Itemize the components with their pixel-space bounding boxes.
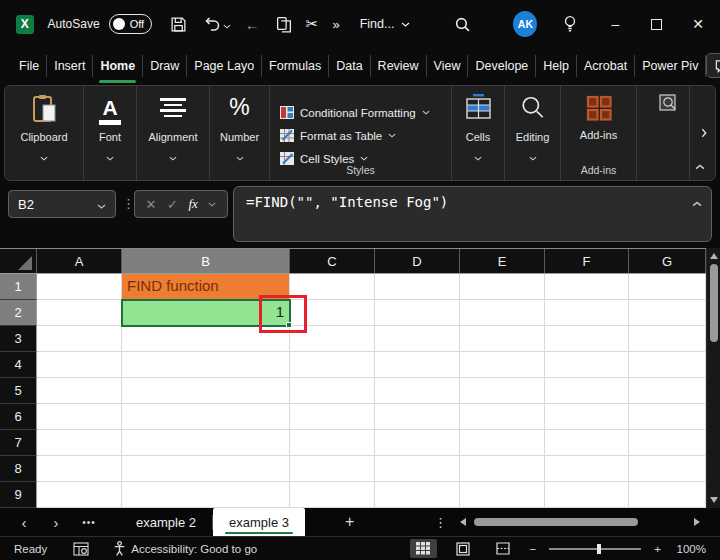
row-header-4[interactable]: 4 <box>0 352 37 378</box>
cell-B6[interactable] <box>122 404 290 430</box>
new-sheet-button[interactable]: + <box>345 513 354 531</box>
cell-B4[interactable] <box>122 352 290 378</box>
ribbon-group-cells[interactable]: Cells <box>452 86 505 180</box>
horizontal-scroll-thumb[interactable] <box>474 518 638 526</box>
cell-G8[interactable] <box>629 456 706 482</box>
redo-button[interactable]: ← <box>245 16 260 33</box>
cell-F3[interactable] <box>545 326 629 352</box>
column-header-C[interactable]: C <box>290 249 375 273</box>
zoom-out-button[interactable]: − <box>530 543 537 555</box>
enter-button[interactable]: ✓ <box>167 197 178 212</box>
zoom-percentage[interactable]: 100% <box>674 543 706 555</box>
column-header-G[interactable]: G <box>629 249 706 273</box>
sheet-options-icon[interactable]: ⋮ <box>434 515 447 530</box>
column-header-A[interactable]: A <box>37 249 122 273</box>
row-header-8[interactable]: 8 <box>0 456 37 482</box>
cell-B5[interactable] <box>122 378 290 404</box>
cell-F7[interactable] <box>545 430 629 456</box>
ribbon-button-conditional-formatting[interactable]: Conditional Formatting <box>280 102 430 123</box>
cell-A8[interactable] <box>37 456 122 482</box>
ribbon-group-editing[interactable]: Editing <box>505 86 561 180</box>
cell-F8[interactable] <box>545 456 629 482</box>
insert-function-button[interactable]: fx <box>188 196 197 212</box>
minimize-button[interactable]: – <box>611 16 619 32</box>
ribbon-group-clipboard[interactable]: Clipboard <box>5 86 84 180</box>
cell-E6[interactable] <box>460 404 545 430</box>
excel-app-icon[interactable]: X <box>16 15 34 34</box>
cell-E4[interactable] <box>460 352 545 378</box>
menu-tab-home[interactable]: Home <box>93 55 143 77</box>
cell-F2[interactable] <box>545 300 629 326</box>
cancel-button[interactable]: ✕ <box>146 197 157 212</box>
page-break-view-button[interactable] <box>490 539 517 558</box>
cell-C2[interactable] <box>290 300 375 326</box>
menu-tab-acrobat[interactable]: Acrobat <box>577 55 635 77</box>
save-button[interactable] <box>170 16 187 33</box>
avatar[interactable]: AK <box>513 11 537 37</box>
cell-F5[interactable] <box>545 378 629 404</box>
cell-G3[interactable] <box>629 326 706 352</box>
cell-D2[interactable] <box>375 300 460 326</box>
column-header-F[interactable]: F <box>545 249 629 273</box>
cell-E5[interactable] <box>460 378 545 404</box>
cell-G4[interactable] <box>629 352 706 378</box>
cell-D5[interactable] <box>375 378 460 404</box>
cell-A3[interactable] <box>37 326 122 352</box>
cell-A7[interactable] <box>37 430 122 456</box>
cell-C9[interactable] <box>290 482 375 508</box>
undo-button[interactable] <box>203 15 231 33</box>
page-layout-view-button[interactable] <box>450 539 477 558</box>
cell-D9[interactable] <box>375 482 460 508</box>
select-all-button[interactable] <box>0 249 37 273</box>
cell-F4[interactable] <box>545 352 629 378</box>
cell-A9[interactable] <box>37 482 122 508</box>
sheet-tab-example-2[interactable]: example 2 <box>120 508 212 536</box>
menu-tab-review[interactable]: Review <box>371 55 427 77</box>
cell-E7[interactable] <box>460 430 545 456</box>
ribbon-group-font[interactable]: A Font <box>84 86 137 180</box>
cell-B9[interactable] <box>122 482 290 508</box>
cell-G9[interactable] <box>629 482 706 508</box>
cell-A2[interactable] <box>37 300 122 326</box>
cell-G7[interactable] <box>629 430 706 456</box>
collapse-formula-bar-button[interactable] <box>692 193 702 211</box>
hscroll-right-arrow-icon[interactable] <box>694 518 700 526</box>
cell-G2[interactable] <box>629 300 706 326</box>
menu-tab-develope[interactable]: Develope <box>468 55 536 77</box>
name-box[interactable]: B2 <box>8 190 116 218</box>
zoom-slider[interactable] <box>549 548 641 550</box>
scroll-up-arrow-icon[interactable] <box>710 253 718 259</box>
cell-C3[interactable] <box>290 326 375 352</box>
menu-tab-help[interactable]: Help <box>536 55 577 77</box>
fill-handle[interactable] <box>286 322 292 328</box>
more-commands-button[interactable]: » <box>332 17 339 32</box>
close-button[interactable]: ✕ <box>692 16 704 32</box>
tell-me-button[interactable] <box>563 15 577 33</box>
menu-tab-insert[interactable]: Insert <box>47 55 93 77</box>
cell-A1[interactable] <box>37 274 122 300</box>
hscroll-left-arrow-icon[interactable] <box>460 518 466 526</box>
cell-E3[interactable] <box>460 326 545 352</box>
ribbon-group-number[interactable]: % Number <box>210 86 270 180</box>
cut-button[interactable]: ✂ <box>306 15 319 33</box>
cell-D1[interactable] <box>375 274 460 300</box>
cell-A6[interactable] <box>37 404 122 430</box>
scroll-down-arrow-icon[interactable] <box>710 497 718 503</box>
cell-D8[interactable] <box>375 456 460 482</box>
cell-D7[interactable] <box>375 430 460 456</box>
document-search-addin-icon[interactable] <box>659 94 679 118</box>
ribbon-button-format-as-table[interactable]: Format as Table <box>280 125 396 146</box>
sheet-nav-right[interactable]: › <box>40 514 72 531</box>
zoom-in-button[interactable]: + <box>654 543 661 555</box>
cell-F6[interactable] <box>545 404 629 430</box>
copy-button[interactable] <box>276 16 292 33</box>
cell-F9[interactable] <box>545 482 629 508</box>
row-header-3[interactable]: 3 <box>0 326 37 352</box>
row-header-7[interactable]: 7 <box>0 430 37 456</box>
column-header-B[interactable]: B <box>122 249 290 273</box>
menu-tab-view[interactable]: View <box>427 55 469 77</box>
menu-tab-data[interactable]: Data <box>329 55 370 77</box>
cell-C8[interactable] <box>290 456 375 482</box>
cell-B3[interactable] <box>122 326 290 352</box>
macro-record-button[interactable] <box>73 542 89 556</box>
